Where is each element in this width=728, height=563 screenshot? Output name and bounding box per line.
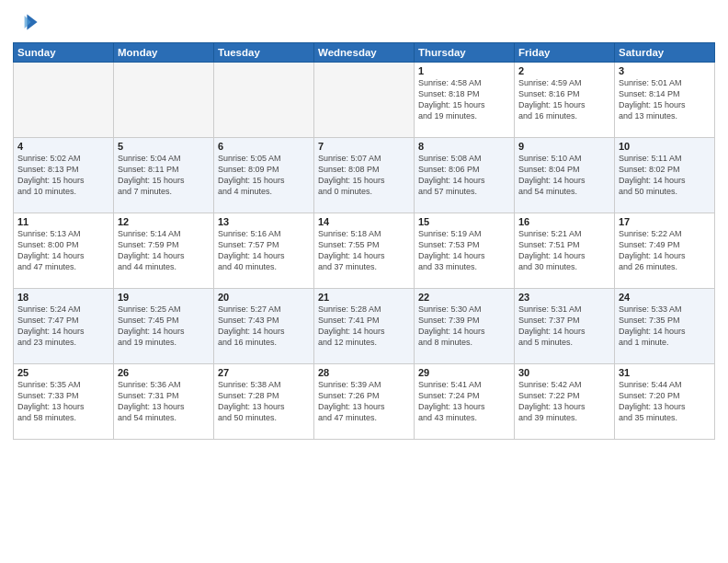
day-cell: 20Sunrise: 5:27 AM Sunset: 7:43 PM Dayli… <box>214 289 314 364</box>
day-number: 27 <box>218 367 310 378</box>
day-cell: 21Sunrise: 5:28 AM Sunset: 7:41 PM Dayli… <box>314 289 415 364</box>
day-cell: 27Sunrise: 5:38 AM Sunset: 7:28 PM Dayli… <box>214 364 314 440</box>
day-number: 17 <box>619 216 711 227</box>
day-cell: 26Sunrise: 5:36 AM Sunset: 7:31 PM Dayli… <box>114 364 214 440</box>
header-friday: Friday <box>515 43 615 63</box>
day-cell: 1Sunrise: 4:58 AM Sunset: 8:18 PM Daylig… <box>415 63 515 138</box>
day-cell: 17Sunrise: 5:22 AM Sunset: 7:49 PM Dayli… <box>615 213 715 289</box>
day-info: Sunrise: 5:22 AM Sunset: 7:49 PM Dayligh… <box>619 228 711 273</box>
day-number: 22 <box>418 292 510 303</box>
day-info: Sunrise: 5:30 AM Sunset: 7:39 PM Dayligh… <box>418 304 510 349</box>
day-number: 16 <box>518 216 610 227</box>
day-number: 23 <box>518 292 610 303</box>
day-number: 29 <box>418 367 510 378</box>
day-cell: 16Sunrise: 5:21 AM Sunset: 7:51 PM Dayli… <box>515 213 615 289</box>
day-cell <box>214 63 314 138</box>
day-cell: 15Sunrise: 5:19 AM Sunset: 7:53 PM Dayli… <box>415 213 515 289</box>
day-cell: 5Sunrise: 5:04 AM Sunset: 8:11 PM Daylig… <box>114 138 214 213</box>
day-info: Sunrise: 5:39 AM Sunset: 7:26 PM Dayligh… <box>318 379 410 424</box>
week-row-3: 11Sunrise: 5:13 AM Sunset: 8:00 PM Dayli… <box>14 213 715 289</box>
day-cell: 7Sunrise: 5:07 AM Sunset: 8:08 PM Daylig… <box>314 138 415 213</box>
day-cell: 14Sunrise: 5:18 AM Sunset: 7:55 PM Dayli… <box>314 213 415 289</box>
day-cell: 25Sunrise: 5:35 AM Sunset: 7:33 PM Dayli… <box>14 364 114 440</box>
day-cell: 4Sunrise: 5:02 AM Sunset: 8:13 PM Daylig… <box>14 138 114 213</box>
day-number: 24 <box>619 292 711 303</box>
day-cell: 30Sunrise: 5:42 AM Sunset: 7:22 PM Dayli… <box>515 364 615 440</box>
day-info: Sunrise: 5:25 AM Sunset: 7:45 PM Dayligh… <box>118 304 210 349</box>
day-info: Sunrise: 5:13 AM Sunset: 8:00 PM Dayligh… <box>17 228 109 273</box>
day-number: 13 <box>218 216 310 227</box>
day-cell: 22Sunrise: 5:30 AM Sunset: 7:39 PM Dayli… <box>415 289 515 364</box>
day-cell <box>14 63 114 138</box>
day-number: 15 <box>418 216 510 227</box>
day-cell: 19Sunrise: 5:25 AM Sunset: 7:45 PM Dayli… <box>114 289 214 364</box>
day-number: 3 <box>619 65 711 76</box>
day-cell <box>114 63 214 138</box>
day-number: 31 <box>619 367 711 378</box>
header-tuesday: Tuesday <box>214 43 314 63</box>
week-row-5: 25Sunrise: 5:35 AM Sunset: 7:33 PM Dayli… <box>14 364 715 440</box>
day-number: 19 <box>118 292 210 303</box>
day-info: Sunrise: 5:38 AM Sunset: 7:28 PM Dayligh… <box>218 379 310 424</box>
day-number: 21 <box>318 292 410 303</box>
day-number: 8 <box>418 141 510 152</box>
header-monday: Monday <box>114 43 214 63</box>
day-number: 5 <box>118 141 210 152</box>
week-row-1: 1Sunrise: 4:58 AM Sunset: 8:18 PM Daylig… <box>14 63 715 138</box>
day-cell: 11Sunrise: 5:13 AM Sunset: 8:00 PM Dayli… <box>14 213 114 289</box>
day-cell: 8Sunrise: 5:08 AM Sunset: 8:06 PM Daylig… <box>415 138 515 213</box>
day-info: Sunrise: 5:14 AM Sunset: 7:59 PM Dayligh… <box>118 228 210 273</box>
calendar-body: 1Sunrise: 4:58 AM Sunset: 8:18 PM Daylig… <box>14 63 715 440</box>
calendar-header: SundayMondayTuesdayWednesdayThursdayFrid… <box>14 43 715 63</box>
day-cell: 24Sunrise: 5:33 AM Sunset: 7:35 PM Dayli… <box>615 289 715 364</box>
day-info: Sunrise: 5:04 AM Sunset: 8:11 PM Dayligh… <box>118 153 210 198</box>
day-number: 25 <box>17 367 109 378</box>
day-number: 9 <box>518 141 610 152</box>
day-number: 10 <box>619 141 711 152</box>
day-info: Sunrise: 5:44 AM Sunset: 7:20 PM Dayligh… <box>619 379 711 424</box>
day-info: Sunrise: 5:16 AM Sunset: 7:57 PM Dayligh… <box>218 228 310 273</box>
day-cell: 13Sunrise: 5:16 AM Sunset: 7:57 PM Dayli… <box>214 213 314 289</box>
day-number: 2 <box>518 65 610 76</box>
day-info: Sunrise: 5:41 AM Sunset: 7:24 PM Dayligh… <box>418 379 510 424</box>
week-row-2: 4Sunrise: 5:02 AM Sunset: 8:13 PM Daylig… <box>14 138 715 213</box>
page: SundayMondayTuesdayWednesdayThursdayFrid… <box>0 0 728 563</box>
header <box>13 9 715 35</box>
day-info: Sunrise: 5:33 AM Sunset: 7:35 PM Dayligh… <box>619 304 711 349</box>
calendar-table: SundayMondayTuesdayWednesdayThursdayFrid… <box>13 42 715 440</box>
day-cell: 6Sunrise: 5:05 AM Sunset: 8:09 PM Daylig… <box>214 138 314 213</box>
header-sunday: Sunday <box>14 43 114 63</box>
day-number: 18 <box>17 292 109 303</box>
day-info: Sunrise: 4:58 AM Sunset: 8:18 PM Dayligh… <box>418 77 510 122</box>
day-number: 11 <box>17 216 109 227</box>
day-info: Sunrise: 5:42 AM Sunset: 7:22 PM Dayligh… <box>518 379 610 424</box>
header-saturday: Saturday <box>615 43 715 63</box>
header-row: SundayMondayTuesdayWednesdayThursdayFrid… <box>14 43 715 63</box>
day-cell: 3Sunrise: 5:01 AM Sunset: 8:14 PM Daylig… <box>615 63 715 138</box>
day-cell: 18Sunrise: 5:24 AM Sunset: 7:47 PM Dayli… <box>14 289 114 364</box>
day-cell: 2Sunrise: 4:59 AM Sunset: 8:16 PM Daylig… <box>515 63 615 138</box>
day-number: 30 <box>518 367 610 378</box>
day-cell: 10Sunrise: 5:11 AM Sunset: 8:02 PM Dayli… <box>615 138 715 213</box>
day-info: Sunrise: 5:05 AM Sunset: 8:09 PM Dayligh… <box>218 153 310 198</box>
day-cell: 31Sunrise: 5:44 AM Sunset: 7:20 PM Dayli… <box>615 364 715 440</box>
logo <box>13 9 42 35</box>
day-cell: 23Sunrise: 5:31 AM Sunset: 7:37 PM Dayli… <box>515 289 615 364</box>
day-info: Sunrise: 5:28 AM Sunset: 7:41 PM Dayligh… <box>318 304 410 349</box>
day-number: 1 <box>418 65 510 76</box>
day-number: 14 <box>318 216 410 227</box>
day-info: Sunrise: 5:24 AM Sunset: 7:47 PM Dayligh… <box>17 304 109 349</box>
day-info: Sunrise: 5:07 AM Sunset: 8:08 PM Dayligh… <box>318 153 410 198</box>
day-cell: 12Sunrise: 5:14 AM Sunset: 7:59 PM Dayli… <box>114 213 214 289</box>
day-number: 12 <box>118 216 210 227</box>
day-info: Sunrise: 5:21 AM Sunset: 7:51 PM Dayligh… <box>518 228 610 273</box>
week-row-4: 18Sunrise: 5:24 AM Sunset: 7:47 PM Dayli… <box>14 289 715 364</box>
day-number: 7 <box>318 141 410 152</box>
header-thursday: Thursday <box>415 43 515 63</box>
day-number: 28 <box>318 367 410 378</box>
day-info: Sunrise: 5:35 AM Sunset: 7:33 PM Dayligh… <box>17 379 109 424</box>
header-wednesday: Wednesday <box>314 43 415 63</box>
day-info: Sunrise: 5:10 AM Sunset: 8:04 PM Dayligh… <box>518 153 610 198</box>
day-info: Sunrise: 5:36 AM Sunset: 7:31 PM Dayligh… <box>118 379 210 424</box>
day-cell: 9Sunrise: 5:10 AM Sunset: 8:04 PM Daylig… <box>515 138 615 213</box>
